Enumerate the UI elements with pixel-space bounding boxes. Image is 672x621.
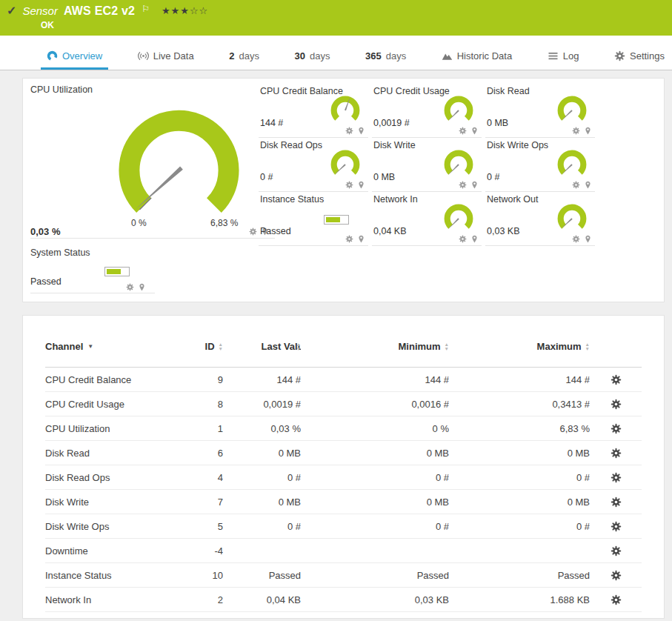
gauge-value: 0,04 KB: [373, 226, 406, 236]
table-row[interactable]: CPU Utilization 1 0,03 % 0 % 6,83 %: [45, 416, 642, 441]
channel-last-value: 144 #: [223, 374, 301, 385]
channel-maximum: 0 #: [449, 521, 590, 532]
tab-30-days[interactable]: 30 days: [289, 50, 336, 70]
channel-last-value: 0 #: [223, 472, 301, 483]
table-row[interactable]: Network In 2 0,04 KB 0,03 KB 1.688 KB: [45, 588, 642, 612]
gear-icon[interactable]: [345, 181, 353, 189]
channel-id: 9: [171, 374, 223, 385]
gear-icon[interactable]: [126, 283, 134, 291]
table-row[interactable]: CPU Credit Balance 9 144 # 144 # 144 #: [45, 368, 642, 392]
sensor-overview-content: CPU Utilization 0 % 6,83 % 0,03 % System…: [0, 78, 672, 619]
gauge-tile-network-out[interactable]: Network Out 0,03 KB: [485, 193, 595, 246]
gear-icon[interactable]: [572, 235, 580, 243]
channel-maximum: Passed: [449, 570, 590, 581]
column-header-maximum[interactable]: Maximum ▲▼: [449, 341, 590, 352]
channel-settings-icon[interactable]: [611, 521, 622, 532]
pin-icon[interactable]: [584, 181, 592, 189]
pin-icon[interactable]: [357, 127, 365, 135]
pin-icon[interactable]: [584, 127, 592, 135]
historic-data-icon: [442, 50, 453, 62]
gauge-tile-cpu-credit-usage[interactable]: CPU Credit Usage 0,0019 #: [372, 84, 482, 138]
tab-live-data[interactable]: Live Data: [132, 50, 200, 70]
tab-overview[interactable]: Overview: [41, 50, 108, 70]
channel-settings-icon[interactable]: [611, 594, 622, 605]
pin-icon[interactable]: [470, 235, 479, 243]
tab-log[interactable]: Log: [542, 50, 585, 70]
tab-historic-data[interactable]: Historic Data: [436, 50, 518, 70]
table-row[interactable]: Disk Read Ops 4 0 # 0 # 0 #: [45, 465, 642, 490]
tab-label: Log: [563, 50, 579, 62]
pin-icon[interactable]: [357, 235, 365, 243]
pin-icon[interactable]: [470, 181, 479, 189]
gauge-tile-disk-write-ops[interactable]: Disk Write Ops 0 #: [485, 139, 595, 192]
pin-icon[interactable]: [470, 127, 479, 135]
table-row[interactable]: Disk Read 6 0 MB 0 MB 0 MB: [45, 441, 642, 465]
column-header-minimum[interactable]: Minimum ▲▼: [301, 341, 449, 352]
pin-icon[interactable]: [584, 235, 592, 243]
mini-gauge: [442, 92, 476, 126]
pin-icon[interactable]: [138, 283, 146, 291]
gauge-title: CPU Utilization: [30, 84, 275, 95]
channel-last-value: 0 #: [223, 521, 301, 532]
gear-icon[interactable]: [459, 127, 467, 135]
gear-icon[interactable]: [572, 127, 580, 135]
table-row[interactable]: Instance Status 10 Passed Passed Passed: [45, 563, 642, 588]
table-row[interactable]: Downtime -4: [45, 539, 642, 563]
channel-name: Disk Write: [45, 497, 171, 508]
channel-settings-icon[interactable]: [611, 448, 622, 459]
gauge-tile-instance-status[interactable]: Instance Status Passed: [259, 193, 368, 246]
column-header-channel[interactable]: Channel ▼: [45, 341, 171, 352]
table-row[interactable]: Disk Write 7 0 MB 0 MB 0 MB: [45, 490, 642, 514]
channel-minimum: 0 #: [301, 472, 449, 483]
tab-label: Overview: [62, 50, 102, 62]
channel-settings-icon[interactable]: [611, 399, 622, 410]
gauge-tile-network-in[interactable]: Network In 0,04 KB: [372, 193, 482, 246]
gear-icon[interactable]: [459, 181, 467, 189]
tab-365-days[interactable]: 365 days: [359, 50, 412, 70]
tab-label: Live Data: [153, 50, 194, 62]
gear-icon[interactable]: [345, 127, 353, 135]
gauge-value: 144 #: [260, 118, 283, 128]
channel-name: Disk Read Ops: [45, 472, 171, 483]
gauge-tile-disk-write[interactable]: Disk Write 0 MB: [372, 139, 482, 192]
gear-icon[interactable]: [459, 235, 467, 243]
channel-settings-icon[interactable]: [611, 423, 622, 434]
tab-label: days: [386, 50, 406, 62]
table-row[interactable]: CPU Credit Usage 8 0,0019 # 0,0016 # 0,3…: [45, 392, 642, 416]
tab-2-days[interactable]: 2 days: [223, 50, 265, 70]
gear-icon[interactable]: [249, 228, 257, 236]
gauge-tile-cpu-credit-balance[interactable]: CPU Credit Balance 144 #: [259, 84, 368, 138]
gauge-tile-disk-read[interactable]: Disk Read 0 MB: [485, 84, 595, 138]
sensor-title: AWS EC2 v2: [64, 4, 135, 18]
gauge-tile-disk-read-ops[interactable]: Disk Read Ops 0 #: [259, 139, 368, 192]
channel-id: 2: [171, 594, 223, 605]
channel-settings-icon[interactable]: [611, 570, 622, 581]
status-indicator: [324, 215, 349, 225]
mini-gauge: [442, 200, 476, 234]
channel-name: CPU Credit Balance: [45, 374, 171, 385]
channel-name: Instance Status: [45, 570, 171, 581]
priority-stars[interactable]: ★★★☆☆: [162, 5, 208, 16]
channel-settings-icon[interactable]: [611, 545, 622, 557]
gauge-tile-system-status[interactable]: System Status Passed: [30, 248, 155, 293]
channel-settings-icon[interactable]: [611, 472, 622, 483]
table-row[interactable]: Disk Write Ops 5 0 # 0 # 0 #: [45, 514, 642, 539]
channel-settings-icon[interactable]: [611, 497, 622, 508]
column-header-id[interactable]: ID ▲▼: [171, 341, 223, 352]
channel-minimum: 0,03 KB: [301, 594, 449, 605]
mini-gauge: [328, 92, 362, 126]
gauge-value: 0,03 KB: [487, 226, 519, 236]
tab-settings[interactable]: Settings: [608, 50, 671, 70]
gear-icon[interactable]: [572, 181, 580, 189]
channel-maximum: 0,3413 #: [449, 399, 590, 410]
gauge-value: 0,0019 #: [373, 118, 410, 128]
pin-icon[interactable]: [357, 181, 365, 189]
column-header-last-value[interactable]: Last Value ▲▼: [223, 341, 301, 352]
priority-flag-icon[interactable]: ⚐: [142, 4, 150, 14]
gauge-max-label: 6,83 %: [210, 218, 238, 228]
gear-icon[interactable]: [345, 235, 353, 243]
gauge-value: 0,03 %: [30, 226, 60, 237]
channel-settings-icon[interactable]: [611, 374, 622, 385]
gauge-tile-cpu-utilization[interactable]: CPU Utilization 0 % 6,83 % 0,03 %: [30, 84, 275, 239]
sort-arrows-icon: ▲▼: [585, 342, 590, 351]
